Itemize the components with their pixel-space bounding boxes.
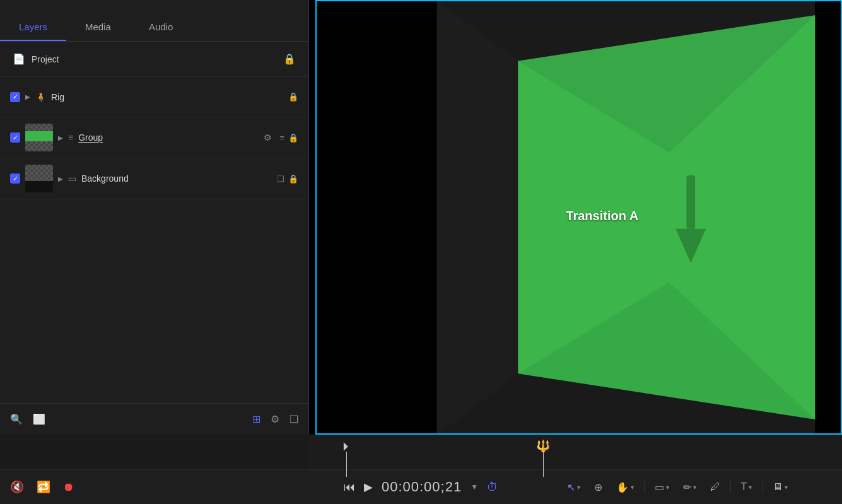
tabs-bar: Layers Media Audio [0, 0, 308, 42]
group-lock-icon[interactable]: 🔒 [288, 133, 298, 143]
pen-icon: ✏ [683, 481, 691, 493]
project-lock-icon[interactable]: 🔒 [283, 53, 296, 65]
pen-dropdown-arrow[interactable]: ▾ [693, 484, 696, 491]
playhead-line [346, 452, 347, 477]
timeline-ruler[interactable]: ⏵ 🔱 [309, 435, 842, 469]
rig-expand-arrow[interactable]: ▶ [25, 93, 30, 100]
separator-2 [730, 481, 731, 493]
bg-icon: ▭ [68, 173, 76, 184]
text-icon: T [741, 481, 747, 493]
bg-thumbnail [25, 165, 53, 192]
bg-checkbox[interactable] [10, 173, 20, 184]
controls-bar: 🔇 🔁 ⏺ ⏮ ▶ 00:00:00;21 ▼ ⏱ ↖ ▾ ⊕ ✋ [0, 469, 842, 504]
canvas-area: Transition A [309, 0, 842, 435]
controls-right: ↖ ▾ ⊕ ✋ ▾ ▭ ▾ ✏ ▾ [523, 479, 832, 496]
group-name[interactable]: Group [78, 132, 259, 143]
play-button[interactable]: ▶ [364, 480, 373, 494]
tab-media[interactable]: Media [66, 14, 130, 41]
controls-left: 🔇 🔁 ⏺ [10, 480, 319, 494]
group-icon: ≡ [68, 132, 73, 143]
hand-tool-button[interactable]: ✋ ▾ [612, 479, 638, 496]
transition-label: Transition A [566, 209, 638, 223]
left-bottom-toolbar: 🔍 ⬜ ⊞ ⚙ ❏ [0, 403, 308, 435]
separator-3 [762, 481, 763, 493]
monitor-dropdown-arrow[interactable]: ▾ [785, 484, 788, 491]
scrubber-line [543, 452, 544, 477]
text-dropdown-arrow[interactable]: ▾ [749, 484, 752, 491]
group-expand-arrow[interactable]: ▶ [58, 134, 63, 141]
orbit-tool-button[interactable]: ⊕ [590, 479, 606, 496]
left-panel: Layers Media Audio 📄 Project 🔒 ▶ 🧍 Rig 🔒 [0, 0, 309, 435]
group-stack-icon[interactable]: ≡ [279, 133, 284, 143]
layer-row-background: ▶ ▭ Background ❑ 🔒 [0, 158, 308, 199]
tab-layers[interactable]: Layers [0, 14, 66, 41]
select-tool-button[interactable]: ↖ ▾ [563, 479, 584, 496]
monitor-tool-button[interactable]: 🖥 ▾ [769, 479, 792, 495]
frame-icon[interactable]: ⬜ [33, 413, 45, 425]
bg-expand-arrow[interactable]: ▶ [58, 175, 63, 182]
scrubber-marker[interactable]: 🔱 [536, 440, 550, 477]
bg-stack-icon[interactable]: ❑ [277, 174, 284, 184]
group-actions: ≡ 🔒 [279, 133, 298, 143]
settings-icon[interactable]: ⚙ [271, 413, 279, 425]
mute-icon[interactable]: 🔇 [10, 480, 24, 494]
rect-tool-button[interactable]: ▭ ▾ [651, 479, 673, 496]
timecode-dropdown-arrow[interactable]: ▼ [471, 483, 478, 491]
bg-name[interactable]: Background [81, 173, 272, 184]
group-thumbnail [25, 124, 53, 151]
project-row: 📄 Project 🔒 [0, 42, 308, 77]
tab-audio[interactable]: Audio [130, 14, 192, 41]
playhead-area: ⏵ 🔱 [309, 435, 842, 469]
timecode-display: 00:00:00;21 [382, 479, 462, 495]
grid-icon[interactable]: ⊞ [252, 413, 260, 425]
rect-icon: ▭ [655, 481, 664, 493]
layer-row-rig: ▶ 🧍 Rig 🔒 [0, 77, 308, 117]
orbit-icon: ⊕ [594, 481, 602, 493]
left-panel-spacer [0, 199, 308, 403]
search-icon[interactable]: 🔍 [10, 413, 23, 425]
project-label: Project [32, 54, 277, 64]
bg-actions: ❑ 🔒 [277, 174, 298, 184]
svg-rect-5 [686, 175, 695, 229]
rig-actions: 🔒 [288, 92, 298, 102]
rig-name[interactable]: Rig [51, 92, 283, 102]
group-checkbox[interactable] [10, 132, 20, 143]
bg-lock-icon[interactable]: 🔒 [288, 174, 298, 184]
text-tool-button[interactable]: T ▾ [737, 479, 756, 495]
loop-icon[interactable]: 🔁 [37, 480, 50, 494]
separator-1 [644, 481, 645, 493]
rect-dropdown-arrow[interactable]: ▾ [666, 484, 669, 491]
eyedropper-tool-button[interactable]: 🖊 [706, 479, 724, 495]
pen-tool-button[interactable]: ✏ ▾ [679, 479, 700, 496]
layer-row-group: ▶ ≡ Group ⚙ ≡ 🔒 [0, 117, 308, 158]
timer-icon[interactable]: ⏱ [487, 481, 498, 494]
svg-marker-1 [437, 0, 518, 435]
controls-center: ⏮ ▶ 00:00:00;21 ▼ ⏱ [319, 479, 523, 495]
playhead-start-icon: ⏵ [341, 440, 352, 452]
group-gear-icon[interactable]: ⚙ [264, 132, 272, 143]
rig-icon: 🧍 [35, 92, 46, 102]
hand-icon: ✋ [616, 481, 629, 493]
eyedropper-icon: 🖊 [710, 481, 720, 493]
file-icon: 📄 [13, 53, 25, 65]
canvas-content: Transition A [309, 0, 842, 435]
layers-icon[interactable]: ❏ [289, 413, 298, 425]
monitor-icon: 🖥 [773, 481, 783, 493]
select-dropdown-arrow[interactable]: ▾ [577, 484, 580, 491]
playhead-marker[interactable]: ⏵ [341, 440, 352, 477]
record-icon[interactable]: ⏺ [63, 481, 74, 494]
hand-dropdown-arrow[interactable]: ▾ [631, 484, 634, 491]
scrubber-top-icon: 🔱 [536, 440, 550, 452]
skip-back-button[interactable]: ⏮ [344, 481, 355, 494]
rig-lock-icon[interactable]: 🔒 [288, 92, 298, 102]
rig-checkbox[interactable] [10, 92, 20, 102]
select-icon: ↖ [567, 481, 575, 493]
app-bottom: ⏵ 🔱 🔇 🔁 ⏺ ⏮ ▶ 00:00:00;21 ▼ ⏱ [0, 435, 842, 504]
